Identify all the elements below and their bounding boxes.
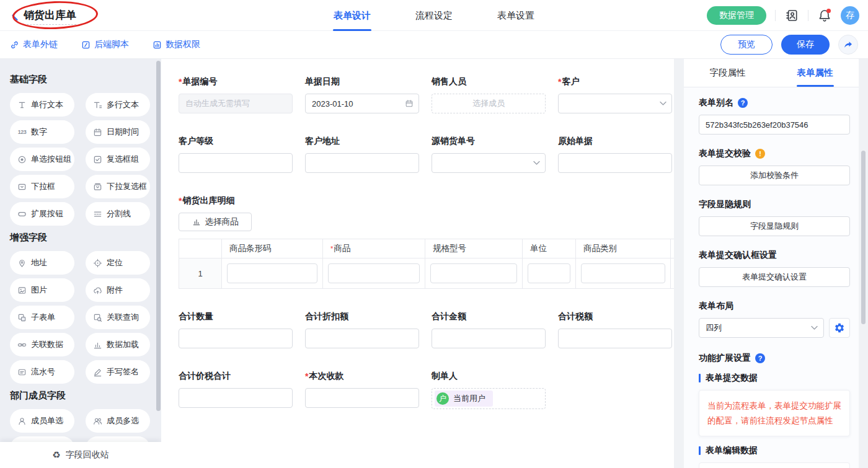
field-item-attachment[interactable]: 附件 (86, 278, 150, 302)
field-doc-no[interactable]: *单据编号 自动生成无需填写 (179, 76, 293, 113)
field-total-qty[interactable]: 合计数量 (179, 311, 293, 348)
form-alias-input[interactable]: 572b343fc5b263ef20b37546 (699, 115, 850, 135)
data-permission-link[interactable]: 数据权限 (153, 39, 200, 50)
map-pin-icon (17, 258, 27, 268)
total-tax-input[interactable] (558, 329, 672, 348)
field-item-serial-number[interactable]: 流水号 (10, 360, 74, 384)
bar-chart-icon (92, 340, 103, 350)
script-icon (81, 40, 91, 50)
layout-settings-button[interactable] (829, 318, 850, 338)
total-with-tax-input[interactable] (179, 388, 293, 408)
field-item-divider[interactable]: 分割线 (86, 202, 150, 226)
customer-level-input[interactable] (179, 153, 293, 173)
help-icon[interactable]: ? (755, 353, 765, 363)
panel-scrollbar[interactable] (861, 151, 866, 324)
address-book-icon[interactable] (784, 8, 799, 23)
field-item-radio-group[interactable]: 单选按钮组 (10, 148, 74, 171)
form-toolbar: 表单外链 后端脚本 数据权限 预览 保存 (0, 31, 868, 59)
form-external-link[interactable]: 表单外链 (10, 39, 58, 50)
barcode-cell-input[interactable] (227, 263, 317, 283)
field-original-doc[interactable]: 原始单据 (558, 136, 672, 173)
field-item-dropdown[interactable]: 下拉框 (10, 175, 74, 198)
help-icon[interactable]: ? (738, 98, 748, 108)
form-layout-row: 四列 (699, 318, 850, 338)
field-item-member-multi[interactable]: 成员多选 (86, 409, 150, 433)
multiline-text-icon (92, 100, 103, 110)
doc-no-input[interactable]: 自动生成无需填写 (179, 94, 293, 113)
total-discount-input[interactable] (305, 329, 419, 348)
warning-icon[interactable]: ! (755, 149, 765, 159)
field-item-address[interactable]: 地址 (10, 251, 74, 275)
field-item-member-single[interactable]: 成员单选 (10, 409, 74, 433)
source-order-select[interactable] (432, 153, 546, 173)
unit-cell-input[interactable] (528, 263, 570, 283)
notification-bell-icon[interactable] (817, 8, 832, 23)
field-customer[interactable]: *客户 (558, 76, 672, 113)
notification-dot (826, 9, 831, 13)
sidebar-scrollbar[interactable] (156, 61, 161, 411)
tab-form-design[interactable]: 表单设计 (334, 0, 371, 31)
customer-select[interactable] (558, 94, 672, 113)
field-item-checkbox-group[interactable]: 复选框组 (86, 148, 150, 171)
tab-form-setting[interactable]: 表单设置 (497, 0, 534, 31)
field-item-location[interactable]: 定位 (86, 251, 150, 275)
salesperson-picker[interactable]: 选择成员 (432, 94, 546, 113)
cloud-upload-icon (92, 286, 103, 295)
field-doc-date[interactable]: 单据日期 2023-01-10 (305, 76, 419, 113)
product-cell-input[interactable] (328, 263, 420, 283)
edit-data-box (699, 462, 850, 468)
field-item-datetime[interactable]: 日期时间 (86, 120, 150, 144)
field-item-single-text[interactable]: 单行文本 (10, 93, 74, 117)
field-customer-level[interactable]: 客户等级 (179, 136, 293, 173)
field-creator[interactable]: 制单人 户 当前用户 (432, 371, 546, 409)
backend-script-link[interactable]: 后端脚本 (81, 39, 129, 50)
doc-date-input[interactable]: 2023-01-10 (305, 94, 419, 113)
field-total-amount[interactable]: 合计金额 (432, 311, 546, 348)
current-payment-input[interactable] (305, 388, 419, 408)
form-alias-label: 表单别名 ? (699, 97, 850, 108)
layout-select[interactable]: 四列 (699, 318, 824, 338)
tab-flow-setting[interactable]: 流程设定 (415, 0, 453, 31)
select-product-button[interactable]: 选择商品 (179, 213, 252, 231)
category-cell-input[interactable] (581, 263, 665, 283)
confirm-box-button[interactable]: 表单提交确认设置 (699, 267, 850, 287)
field-item-extend-button[interactable]: 扩展按钮 (10, 202, 74, 226)
field-source-order-no[interactable]: 源销货单号 (432, 136, 546, 173)
field-item-subform[interactable]: 子表单 (10, 306, 74, 329)
field-item-multi-dropdown[interactable]: 下拉复选框 (86, 175, 150, 198)
field-item-linked-query[interactable]: 关联查询 (86, 306, 150, 329)
original-doc-input[interactable] (558, 153, 672, 173)
customer-address-input[interactable] (305, 153, 419, 173)
back-button[interactable] (9, 9, 22, 22)
form-layout-label: 表单布局 (699, 301, 850, 312)
field-salesperson[interactable]: 销售人员 选择成员 (432, 76, 546, 113)
add-validation-button[interactable]: 添加校验条件 (699, 166, 850, 185)
field-customer-address[interactable]: 客户地址 (305, 136, 419, 173)
field-total-tax[interactable]: 合计税额 (558, 311, 672, 348)
section-title-enhanced-fields: 增强字段 (10, 232, 161, 244)
share-button[interactable] (838, 35, 858, 55)
field-item-image[interactable]: 图片 (10, 278, 74, 302)
preview-button[interactable]: 预览 (720, 35, 773, 55)
user-avatar[interactable]: 存 (841, 6, 859, 25)
field-item-signature[interactable]: 手写签名 (86, 360, 150, 384)
field-current-payment[interactable]: *本次收款 (305, 371, 419, 409)
data-manage-button[interactable]: 数据管理 (707, 6, 766, 25)
field-item-multi-text[interactable]: 多行文本 (86, 93, 150, 117)
total-qty-input[interactable] (179, 329, 293, 348)
spec-cell-input[interactable] (430, 263, 517, 283)
field-item-data-load[interactable]: 数据加载 (86, 333, 150, 356)
section-title-basic-fields: 基础字段 (10, 74, 161, 86)
creator-field[interactable]: 户 当前用户 (432, 388, 546, 409)
field-total-with-tax[interactable]: 合计价税合计 (179, 371, 293, 409)
total-amount-input[interactable] (432, 329, 546, 348)
field-item-linked-data[interactable]: 关联数据 (10, 333, 74, 356)
subform-section: *销货出库明细 选择商品 商品条形码 *商品 规格型号 单位 商品类别 1 (179, 195, 674, 289)
visibility-rules-button[interactable]: 字段显隐规则 (699, 216, 850, 236)
save-button[interactable]: 保存 (781, 35, 830, 55)
tab-field-properties[interactable]: 字段属性 (684, 59, 771, 87)
field-recycle-bin[interactable]: ♻ 字段回收站 (0, 442, 161, 468)
field-item-number[interactable]: 123数字 (10, 120, 74, 144)
field-total-discount[interactable]: 合计折扣额 (305, 311, 419, 348)
tab-form-properties[interactable]: 表单属性 (771, 59, 859, 87)
